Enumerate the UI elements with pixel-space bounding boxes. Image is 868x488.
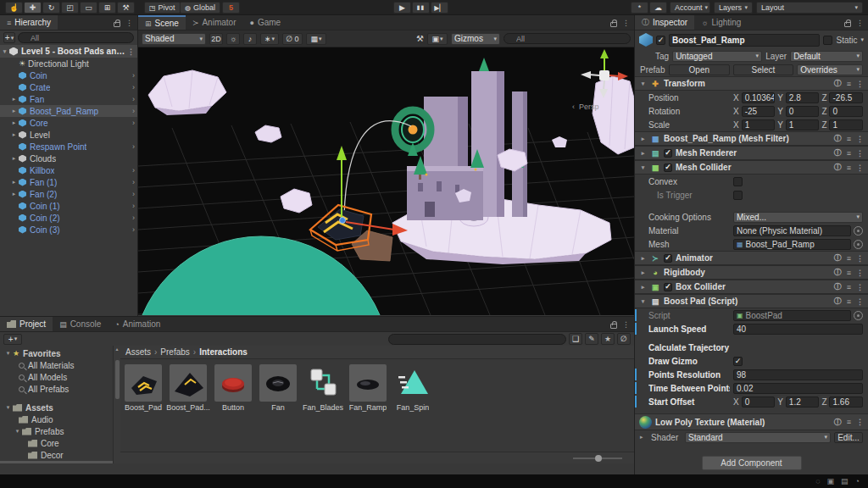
asset-fan-ramp[interactable]: Fan_Ramp <box>348 364 387 446</box>
offset-z-field[interactable]: 1.66 <box>829 396 863 408</box>
layer-dropdown[interactable]: Default▾ <box>790 51 863 62</box>
lock-icon[interactable] <box>114 22 120 27</box>
tab-animation[interactable]: ◔Animation <box>108 317 167 331</box>
tab-console[interactable]: ▤Console <box>53 317 108 331</box>
component-enabled-checkbox[interactable]: ✓ <box>664 254 672 263</box>
scale-x-field[interactable]: 1 <box>742 119 776 130</box>
position-z-field[interactable]: -26.5 <box>829 92 863 103</box>
prefab-select-button[interactable]: Select <box>733 64 794 75</box>
asset-boost-pad-ramp[interactable]: Boost_Pad... <box>169 364 208 446</box>
progress-icon[interactable]: ◔ <box>855 477 860 485</box>
component-menu-icon[interactable]: ⋮ <box>856 269 864 277</box>
favorites-all-prefabs[interactable]: All Prefabs <box>0 383 113 395</box>
2d-toggle-button[interactable]: 2D <box>209 33 223 45</box>
prefab-overrides-dropdown[interactable]: Overrides▾ <box>797 64 863 75</box>
prefab-open-arrow[interactable]: › <box>132 166 135 175</box>
hierarchy-item-crate[interactable]: Crate› <box>0 81 137 93</box>
asset-button[interactable]: Button <box>214 364 253 446</box>
component-menu-icon[interactable]: ⋮ <box>856 149 864 158</box>
component-enabled-checkbox[interactable]: ✓ <box>664 149 672 158</box>
hierarchy-item-coin-2[interactable]: Coin (2)› <box>0 212 137 224</box>
help-icon[interactable]: ⓘ <box>834 252 842 263</box>
prefab-open-arrow[interactable]: › <box>132 95 135 103</box>
tab-inspector[interactable]: ⓘInspector <box>635 15 694 30</box>
rect-tool-button[interactable]: ▭ <box>80 2 97 14</box>
component-enabled-checkbox[interactable]: ✓ <box>664 283 672 291</box>
panel-menu-icon[interactable]: ⋮ <box>622 320 630 329</box>
prefab-open-arrow[interactable]: › <box>132 214 135 222</box>
expander-icon[interactable]: ▾ <box>0 48 9 55</box>
cooking-options-dropdown[interactable]: Mixed...▾ <box>733 212 863 223</box>
layers-dropdown[interactable]: Layers▾ <box>714 2 753 14</box>
hierarchy-item-coin-3[interactable]: Coin (3)› <box>0 224 137 236</box>
search-by-type-button[interactable]: ❑ <box>569 333 582 345</box>
prefab-open-arrow[interactable]: › <box>132 178 135 186</box>
material-foldout-icon[interactable]: ▸ <box>640 434 648 441</box>
animator-header[interactable]: ▸≻✓Animatorⓘ≡⋮ <box>635 251 868 265</box>
prefab-open-arrow[interactable]: › <box>132 107 135 115</box>
rotation-y-field[interactable]: 0 <box>786 106 820 117</box>
favorites-root[interactable]: ▾★Favorites <box>0 347 113 359</box>
pivot-toggle-button[interactable]: ◳Pivot <box>144 2 181 14</box>
lock-icon[interactable] <box>844 22 851 27</box>
scene-lighting-button[interactable]: ☼ <box>226 33 240 45</box>
pause-button[interactable]: ▮▮ <box>412 2 430 14</box>
tab-hierarchy[interactable]: ≡Hierarchy <box>0 15 58 30</box>
time-between-points-field[interactable]: 0.02 <box>733 383 863 394</box>
prefab-open-arrow[interactable]: › <box>132 202 135 210</box>
offset-y-field[interactable]: 1.2 <box>786 396 820 408</box>
foldout-icon[interactable]: ▸ <box>639 284 647 291</box>
custom-tool-button[interactable]: ⚒ <box>117 2 135 14</box>
panel-menu-icon[interactable]: ⋮ <box>856 19 864 27</box>
help-icon[interactable]: ⓘ <box>834 267 842 278</box>
hierarchy-item-fan-2[interactable]: ▸Fan (2)› <box>0 188 137 200</box>
prefab-open-arrow[interactable]: › <box>132 190 135 198</box>
asset-fan-spin[interactable]: Fan_Spin <box>393 364 432 446</box>
breadcrumb-prefabs[interactable]: Prefabs <box>160 347 189 357</box>
prefab-open-arrow[interactable]: › <box>132 142 135 151</box>
help-icon[interactable]: ⓘ <box>834 78 842 89</box>
account-dropdown[interactable]: Account▾ <box>670 2 710 14</box>
component-menu-icon[interactable]: ⋮ <box>856 164 864 172</box>
foldout-icon[interactable]: ▸ <box>639 255 647 262</box>
presets-icon[interactable]: ≡ <box>847 164 851 172</box>
perspective-label[interactable]: Persp <box>579 103 599 111</box>
help-icon[interactable]: ⓘ <box>834 417 842 428</box>
move-tool-button[interactable]: ✚ <box>24 2 42 14</box>
scene-audio-button[interactable]: ♪ <box>243 33 257 45</box>
expander-icon[interactable]: ▾ <box>13 428 22 435</box>
expander-icon[interactable]: ▸ <box>9 119 19 126</box>
presets-icon[interactable]: ≡ <box>847 418 851 426</box>
expander-icon[interactable]: ▾ <box>3 404 13 411</box>
foldout-icon[interactable]: ▾ <box>639 298 647 305</box>
hierarchy-item-level[interactable]: ▸Level <box>0 129 137 141</box>
hidden-objects-button[interactable]: ∅0 <box>282 33 303 45</box>
foldout-icon[interactable]: ▸ <box>639 150 647 157</box>
draw-gizmo-checkbox[interactable]: ✓ <box>733 357 743 366</box>
play-button[interactable]: ▶ <box>393 2 411 14</box>
folder-interactions[interactable]: Interactions <box>0 461 113 463</box>
hierarchy-item-fan[interactable]: ▸Fan› <box>0 93 137 105</box>
help-icon[interactable]: ⓘ <box>834 162 842 173</box>
hidden-packages-button[interactable]: ∅ <box>617 333 631 345</box>
shading-mode-dropdown[interactable]: Shaded▾ <box>142 33 206 45</box>
shader-edit-button[interactable]: Edit... <box>834 432 863 443</box>
favorites-all-materials[interactable]: All Materials <box>0 359 113 371</box>
rigidbody-header[interactable]: ▸◕Rigidbodyⓘ≡⋮ <box>635 265 868 280</box>
grid-visibility-dropdown[interactable]: ▦▾ <box>306 33 326 45</box>
tag-dropdown[interactable]: Untagged▾ <box>672 51 762 62</box>
presets-icon[interactable]: ≡ <box>847 135 851 143</box>
component-menu-icon[interactable]: ⋮ <box>856 283 864 291</box>
foldout-icon[interactable]: ▾ <box>639 164 647 171</box>
foldout-icon[interactable]: ▾ <box>639 80 647 87</box>
help-icon[interactable]: ⓘ <box>834 296 842 307</box>
layout-dropdown[interactable]: Layout▾ <box>756 2 863 14</box>
rotation-z-field[interactable]: 0 <box>829 106 863 117</box>
scene-tools-icon[interactable]: ⚒ <box>416 34 424 43</box>
thumbnail-zoom-slider[interactable] <box>573 458 622 459</box>
panel-menu-icon[interactable]: ⋮ <box>622 19 630 27</box>
component-menu-icon[interactable]: ⋮ <box>856 135 864 143</box>
presets-icon[interactable]: ≡ <box>847 254 851 263</box>
box-collider-header[interactable]: ▸▣✓Box Colliderⓘ≡⋮ <box>635 280 868 294</box>
tab-lighting[interactable]: ☼Lighting <box>694 15 748 30</box>
